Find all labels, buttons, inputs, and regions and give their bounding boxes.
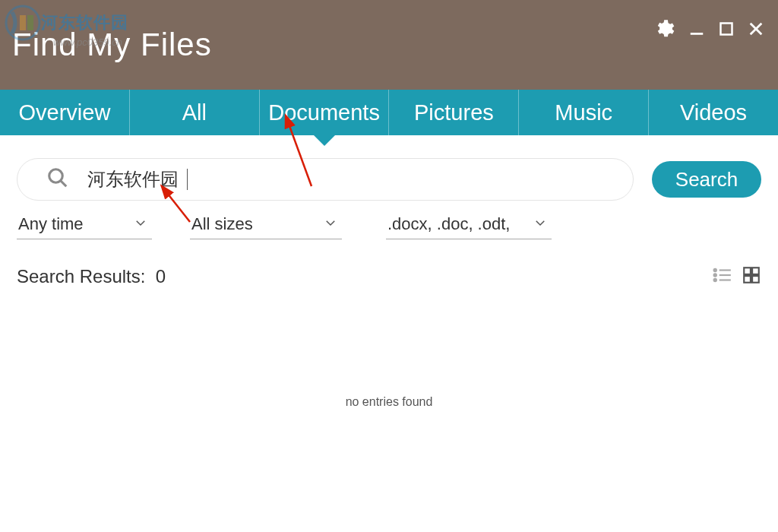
minimize-icon[interactable] bbox=[688, 21, 705, 40]
search-input[interactable] bbox=[87, 169, 188, 190]
view-toggles bbox=[713, 265, 761, 288]
filter-type[interactable]: .docx, .doc, .odt, .ott bbox=[386, 211, 552, 239]
results-count: Search Results: 0 bbox=[17, 266, 166, 287]
watermark-logo-icon bbox=[5, 5, 41, 41]
search-box[interactable] bbox=[17, 158, 634, 201]
results-count-value: 0 bbox=[156, 266, 166, 287]
grid-view-icon[interactable] bbox=[742, 265, 761, 288]
filters: Any time All sizes .docx, .doc, .odt, .o… bbox=[0, 211, 778, 239]
svg-rect-17 bbox=[744, 276, 751, 283]
chevron-down-icon bbox=[324, 216, 337, 233]
chevron-down-icon bbox=[533, 216, 547, 233]
search-icon bbox=[46, 166, 69, 192]
svg-rect-2 bbox=[27, 15, 33, 30]
close-icon[interactable] bbox=[748, 21, 764, 40]
svg-rect-1 bbox=[20, 15, 26, 30]
tabs: Overview All Documents Pictures Music Vi… bbox=[0, 90, 778, 135]
filter-type-label: .docx, .doc, .odt, .ott bbox=[387, 214, 509, 234]
window-controls bbox=[653, 18, 764, 43]
svg-rect-18 bbox=[752, 276, 759, 283]
svg-rect-15 bbox=[744, 268, 751, 274]
svg-point-14 bbox=[714, 279, 716, 281]
tab-documents[interactable]: Documents bbox=[259, 90, 389, 135]
svg-line-8 bbox=[61, 181, 67, 187]
tab-all[interactable]: All bbox=[129, 90, 259, 135]
tab-videos[interactable]: Videos bbox=[648, 90, 778, 135]
tab-pictures[interactable]: Pictures bbox=[388, 90, 518, 135]
svg-point-12 bbox=[714, 269, 716, 271]
watermark-text: 河东软件园 bbox=[41, 11, 128, 34]
filter-size-label: All sizes bbox=[191, 214, 253, 234]
no-entries-message: no entries found bbox=[346, 395, 433, 409]
results-label: Search Results: bbox=[17, 266, 145, 287]
filter-time[interactable]: Any time bbox=[17, 211, 152, 239]
filter-size[interactable]: All sizes bbox=[190, 211, 342, 239]
gear-icon[interactable] bbox=[653, 18, 675, 43]
svg-point-13 bbox=[714, 274, 716, 276]
titlebar: 河东软件园 www.pc0359.cn Find My Files bbox=[0, 0, 778, 90]
watermark: 河东软件园 bbox=[5, 5, 128, 41]
tab-overview[interactable]: Overview bbox=[0, 90, 129, 135]
watermark-url: www.pc0359.cn bbox=[53, 36, 122, 48]
maximize-icon[interactable] bbox=[719, 21, 734, 40]
search-button[interactable]: Search bbox=[652, 161, 761, 198]
chevron-down-icon bbox=[134, 216, 147, 233]
tab-music[interactable]: Music bbox=[518, 90, 648, 135]
search-area: Search bbox=[0, 135, 778, 211]
svg-rect-4 bbox=[721, 24, 732, 35]
svg-point-7 bbox=[49, 169, 63, 183]
results-body: no entries found bbox=[0, 288, 778, 516]
list-view-icon[interactable] bbox=[713, 265, 732, 288]
results-header: Search Results: 0 bbox=[0, 239, 778, 288]
svg-rect-16 bbox=[752, 268, 759, 274]
filter-time-label: Any time bbox=[18, 214, 84, 234]
